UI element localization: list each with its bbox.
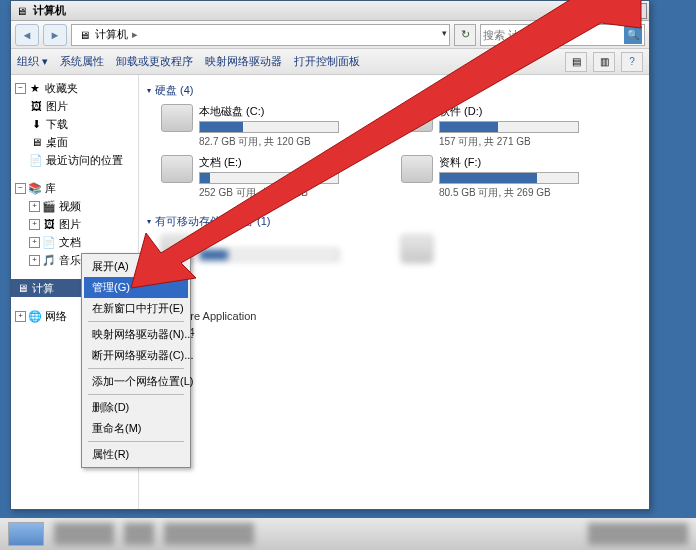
usage-bar [439,121,579,133]
window-title: 计算机 [33,3,585,18]
expand-icon[interactable]: + [29,219,40,230]
drive-icon [161,155,193,183]
taskbar-item[interactable] [164,523,254,545]
usage-bar [439,172,579,184]
refresh-button[interactable]: ↻ [454,24,476,46]
expand-icon[interactable]: + [29,237,40,248]
separator [88,394,184,395]
navbar: ◄ ► 🖥 计算机 ▸ ▾ ↻ 🔍 [11,21,649,49]
sidebar-lib-pictures[interactable]: +🖼图片 [11,215,138,233]
usage-bar [199,172,339,184]
system-properties-button[interactable]: 系统属性 [60,54,104,69]
drive-e[interactable]: 文档 (E:) 252 GB 可用, 共 271 GB [161,155,381,200]
address-bar[interactable]: 🖥 计算机 ▸ ▾ [71,24,450,46]
video-icon: 🎬 [42,199,56,213]
sidebar-favorites[interactable]: −★收藏夹 [11,79,138,97]
drive-icon [401,104,433,132]
ctx-map-drive[interactable]: 映射网络驱动器(N)... [84,324,188,345]
ctx-rename[interactable]: 重命名(M) [84,418,188,439]
chevron-right-icon: ▸ [132,28,138,41]
sidebar-library[interactable]: −📚库 [11,179,138,197]
sidebar-lib-video[interactable]: +🎬视频 [11,197,138,215]
close-button[interactable]: ✕ [627,3,647,19]
chevron-down-icon: ▾ [147,86,151,95]
drive-icon [401,155,433,183]
taskbar[interactable] [0,518,696,550]
app-name: ECap [161,294,641,309]
music-icon: 🎵 [42,253,56,267]
sidebar-downloads[interactable]: ⬇下载 [11,115,138,133]
desktop-icon: 🖥 [29,135,43,149]
toolbar: 组织 ▾ 系统属性 卸载或更改程序 映射网络驱动器 打开控制面板 ▤ ▥ ? [11,49,649,75]
chevron-down-icon: ▾ [147,217,151,226]
drive-d[interactable]: 软件 (D:) 157 可用, 共 271 GB [401,104,621,149]
ctx-manage[interactable]: 管理(G) [84,277,188,298]
minimize-button[interactable]: _ [585,3,605,19]
maximize-button[interactable]: □ [606,3,626,19]
drive-f[interactable]: 资料 (F:) 80.5 GB 可用, 共 269 GB [401,155,621,200]
ctx-add-location[interactable]: 添加一个网络位置(L) [84,371,188,392]
taskbar-item[interactable] [54,523,114,545]
pictures-icon: 🖼 [42,217,56,231]
sidebar-desktop[interactable]: 🖥桌面 [11,133,138,151]
section-network[interactable]: ▾网络 [147,275,641,294]
expand-icon[interactable]: + [29,255,40,266]
app-version: 1.0.1.4 [161,325,641,340]
removable-device[interactable] [401,235,621,263]
ctx-properties[interactable]: 属性(R) [84,444,188,465]
content-pane: ▾硬盘 (4) 本地磁盘 (C:) 82.7 GB 可用, 共 120 GB [139,75,649,509]
preview-button[interactable]: ▥ [593,52,615,72]
star-icon: ★ [28,81,42,95]
ctx-new-window[interactable]: 在新窗口中打开(E) [84,298,188,319]
usage-bar [199,121,339,133]
titlebar[interactable]: 🖥 计算机 _ □ ✕ [11,1,649,21]
drive-c[interactable]: 本地磁盘 (C:) 82.7 GB 可用, 共 120 GB [161,104,381,149]
app-desc: Capture Application [161,309,641,324]
address-dropdown-icon[interactable]: ▾ [442,28,447,38]
separator [88,441,184,442]
search-input[interactable] [483,29,624,41]
back-button[interactable]: ◄ [15,24,39,46]
taskbar-item[interactable] [8,522,44,546]
expand-icon[interactable]: + [29,201,40,212]
section-removable[interactable]: ▾有可移动存储的设备 (1) [147,212,641,231]
removable-device[interactable] [161,235,381,263]
sidebar-lib-docs[interactable]: +📄文档 [11,233,138,251]
view-button[interactable]: ▤ [565,52,587,72]
map-drive-button[interactable]: 映射网络驱动器 [205,54,282,69]
computer-icon: 🖥 [13,3,29,19]
forward-button[interactable]: ► [43,24,67,46]
collapse-icon[interactable]: − [15,83,26,94]
ctx-expand[interactable]: 展开(A) [84,256,188,277]
sidebar-recent[interactable]: 📄最近访问的位置 [11,151,138,169]
library-icon: 📚 [28,181,42,195]
download-icon: ⬇ [29,117,43,131]
computer-icon: 🖥 [76,27,92,43]
context-menu: 展开(A) 管理(G) 在新窗口中打开(E) 映射网络驱动器(N)... 断开网… [81,253,191,468]
separator [88,321,184,322]
help-button[interactable]: ? [621,52,643,72]
explorer-window: 🖥 计算机 _ □ ✕ ◄ ► 🖥 计算机 ▸ ▾ ↻ 🔍 组织 ▾ 系统属性 … [10,0,650,510]
section-hdd[interactable]: ▾硬盘 (4) [147,81,641,100]
search-icon[interactable]: 🔍 [624,26,642,44]
separator [88,368,184,369]
drive-icon [401,235,433,263]
organize-button[interactable]: 组织 ▾ [17,54,48,69]
collapse-icon[interactable]: − [15,183,26,194]
taskbar-item[interactable] [124,523,154,545]
network-icon: 🌐 [28,309,42,323]
recent-icon: 📄 [29,153,43,167]
expand-icon[interactable]: + [15,311,26,322]
drive-icon [161,104,193,132]
computer-icon: 🖥 [15,281,29,295]
taskbar-tray[interactable] [588,523,688,545]
uninstall-button[interactable]: 卸载或更改程序 [116,54,193,69]
documents-icon: 📄 [42,235,56,249]
ctx-delete[interactable]: 删除(D) [84,397,188,418]
ctx-disconnect-drive[interactable]: 断开网络驱动器(C)... [84,345,188,366]
search-box[interactable]: 🔍 [480,24,645,46]
sidebar-pictures[interactable]: 🖼图片 [11,97,138,115]
control-panel-button[interactable]: 打开控制面板 [294,54,360,69]
address-text: 计算机 [95,27,128,42]
folder-icon: 🖼 [29,99,43,113]
